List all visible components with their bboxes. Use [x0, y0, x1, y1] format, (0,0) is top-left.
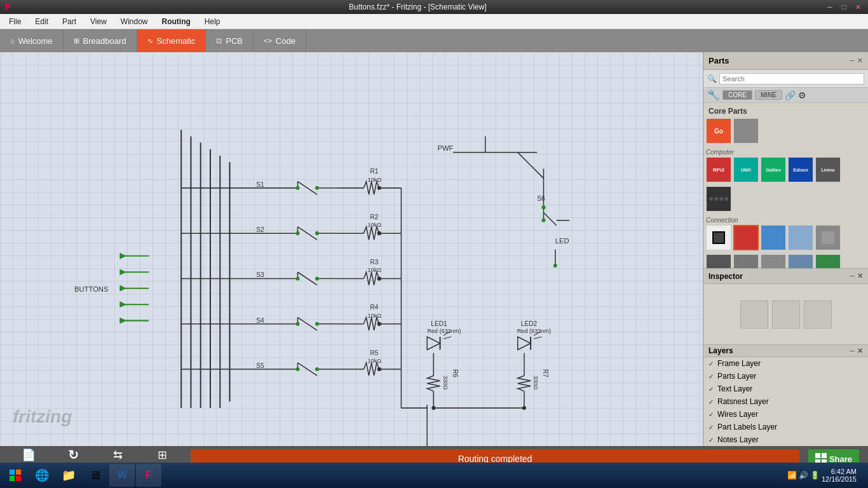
part-item-more1[interactable]: [706, 254, 731, 268]
taskbar-start[interactable]: [3, 464, 28, 487]
layer-ratsnest-check: ✓: [709, 398, 714, 405]
part-item-conn5[interactable]: [815, 225, 841, 250]
search-input[interactable]: [719, 73, 864, 85]
svg-line-46: [297, 318, 317, 330]
tab-pcb-label: PCB: [226, 36, 243, 46]
parts-category-image: 🔧: [707, 89, 720, 101]
cat-btn-more[interactable]: ⚙: [798, 90, 806, 100]
svg-marker-9: [119, 301, 126, 308]
layer-parts[interactable]: ✓ Parts Layer: [703, 370, 868, 383]
breadboard-icon: ⊞: [74, 37, 79, 45]
tab-pcb[interactable]: ⊡ PCB: [206, 29, 254, 52]
svg-text:Red (633nm): Red (633nm): [427, 328, 461, 334]
menu-routing[interactable]: Routing: [156, 16, 197, 27]
taskbar-desktop[interactable]: 🖥: [83, 464, 108, 487]
maximize-button[interactable]: □: [839, 3, 849, 11]
svg-marker-10: [119, 318, 126, 324]
parts-category-bar: 🔧 CORE MINE 🔗 ⚙: [703, 88, 868, 103]
part-item-more3[interactable]: [761, 254, 786, 268]
menu-part[interactable]: Part: [56, 16, 83, 27]
tab-welcome[interactable]: ⌂ Welcome: [0, 29, 64, 52]
part-item-selected[interactable]: [733, 225, 759, 250]
menu-view[interactable]: View: [84, 16, 113, 27]
svg-marker-6: [119, 253, 126, 259]
part-item-more2[interactable]: [733, 254, 759, 268]
svg-text:R1: R1: [370, 168, 379, 175]
part-item-seeed[interactable]: [706, 225, 731, 250]
menu-edit[interactable]: Edit: [29, 16, 55, 27]
flip-icon: ⇆: [113, 448, 123, 462]
layer-notes-label: Notes Layer: [717, 435, 759, 444]
part-item-more4[interactable]: [788, 254, 813, 268]
taskbar-system-tray: 📶 🔊 🔋 6:42 AM 12/16/2015: [783, 468, 865, 483]
part-item-arduino-uno[interactable]: UNO: [733, 157, 759, 182]
part-item-more5[interactable]: [815, 254, 841, 268]
layers-close-icon[interactable]: ✕: [857, 347, 863, 355]
parts-close-icon[interactable]: ✕: [857, 57, 863, 65]
minimize-button[interactable]: ─: [825, 3, 835, 11]
schematic-svg: BUTTONS: [0, 52, 703, 446]
parts-grid-top: Go: [706, 118, 865, 144]
svg-rect-130: [10, 470, 15, 475]
menu-window[interactable]: Window: [114, 16, 154, 27]
part-item-edison[interactable]: Edison: [788, 157, 813, 182]
menu-file[interactable]: File: [3, 16, 27, 27]
taskbar-explorer[interactable]: 📁: [56, 464, 81, 487]
layers-minimize-icon[interactable]: ─: [850, 347, 855, 355]
cat-btn-mine[interactable]: MINE: [755, 90, 782, 100]
taskbar-chrome[interactable]: 🌐: [29, 464, 55, 487]
cat-btn-core[interactable]: CORE: [722, 90, 752, 100]
taskbar-fritzing[interactable]: F: [136, 464, 161, 487]
layer-frame-check: ✓: [709, 360, 714, 367]
svg-marker-105: [427, 337, 440, 349]
clock-time: 6:42 AM: [822, 468, 857, 475]
svg-text:R6: R6: [452, 369, 459, 377]
svg-line-53: [297, 363, 317, 376]
layer-text[interactable]: ✓ Text Layer: [703, 383, 868, 395]
part-item-galileo[interactable]: Galileo: [761, 157, 786, 182]
layer-part-labels[interactable]: ✓ Part Labels Layer: [703, 421, 868, 433]
svg-point-42: [315, 276, 319, 280]
svg-line-91: [518, 152, 544, 179]
layer-frame[interactable]: ✓ Frame Layer: [703, 357, 868, 370]
tab-breadboard[interactable]: ⊞ Breadboard: [64, 29, 137, 52]
svg-text:R4: R4: [370, 304, 379, 311]
svg-point-48: [295, 322, 299, 326]
svg-text:R2: R2: [370, 214, 379, 220]
pcb-icon: ⊡: [216, 37, 222, 45]
part-item-rpi2[interactable]: RPi2: [706, 157, 731, 182]
inspector-minimize-icon[interactable]: ─: [850, 272, 855, 280]
layer-wires[interactable]: ✓ Wires Layer: [703, 408, 868, 421]
tab-schematic[interactable]: ∿ Schematic: [137, 29, 207, 52]
code-icon: <>: [264, 37, 272, 44]
part-item-go[interactable]: Go: [706, 118, 731, 144]
schematic-canvas[interactable]: BUTTONS: [0, 52, 703, 446]
close-button[interactable]: ✕: [853, 3, 863, 11]
part-item-conn3[interactable]: [761, 225, 786, 250]
layers-list: ✓ Frame Layer ✓ Parts Layer ✓ Text Layer…: [703, 357, 868, 446]
part-item-dots[interactable]: [706, 186, 731, 212]
svg-text:S5: S5: [256, 362, 264, 369]
schematic-icon: ∿: [147, 37, 153, 45]
cat-btn-favorite[interactable]: 🔗: [785, 90, 796, 100]
part-item-linino[interactable]: Linino: [815, 157, 841, 182]
parts-minimize-icon[interactable]: ─: [850, 57, 855, 65]
inspector-close-icon[interactable]: ✕: [857, 272, 863, 280]
layer-wires-label: Wires Layer: [717, 410, 758, 419]
layer-ratsnest[interactable]: ✓ Ratsnest Layer: [703, 395, 868, 408]
layer-part-labels-label: Part Labels Layer: [717, 423, 777, 431]
tab-schematic-label: Schematic: [157, 36, 196, 46]
part-item-2[interactable]: [733, 118, 759, 144]
inspector-box-2: [772, 301, 800, 329]
svg-text:330Ω: 330Ω: [532, 376, 539, 390]
svg-text:R5: R5: [370, 349, 379, 356]
clock-date: 12/16/2015: [822, 475, 857, 483]
right-panel: Parts ─ ✕ 🔍 🔧 CORE MINE 🔗 ⚙: [703, 52, 868, 446]
part-item-conn4[interactable]: [788, 225, 813, 250]
layer-notes[interactable]: ✓ Notes Layer: [703, 433, 868, 446]
tab-code[interactable]: <> Code: [254, 29, 306, 52]
main-area: BUTTONS: [0, 52, 868, 446]
menu-help[interactable]: Help: [198, 16, 227, 27]
svg-point-56: [315, 367, 319, 371]
taskbar-word[interactable]: W: [109, 464, 135, 487]
